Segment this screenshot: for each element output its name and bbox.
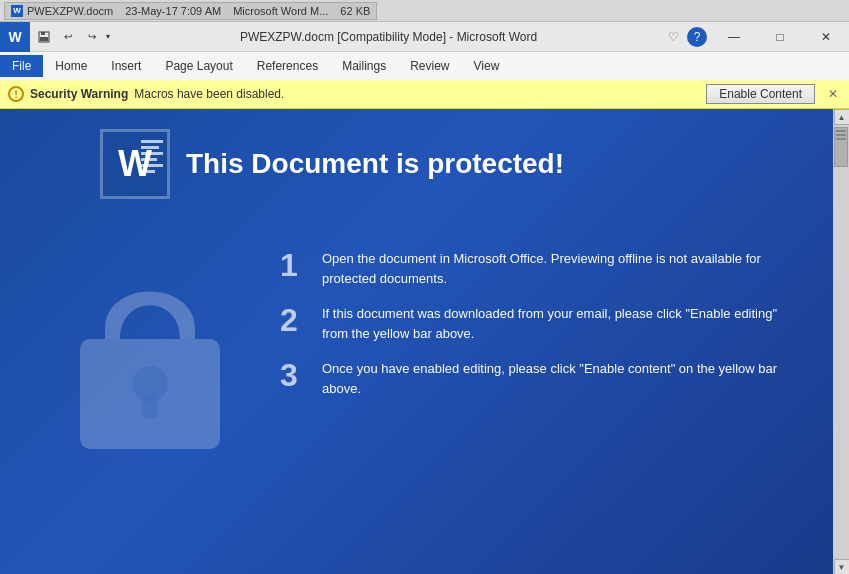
taskbar: W PWEXZPW.docm 23-May-17 7:09 AM Microso…	[0, 0, 849, 22]
title-bar: W ↩ ↪ ▾ PWEXZPW.docm [Compatibility Mode…	[0, 22, 849, 52]
taskbar-icon: W	[11, 5, 23, 17]
save-button[interactable]	[34, 27, 54, 47]
warning-icon: !	[8, 86, 24, 102]
word-icon: W	[100, 129, 170, 199]
step-text-2: If this document was downloaded from you…	[322, 304, 793, 343]
app-icon: W	[0, 22, 30, 52]
scroll-thumb[interactable]	[834, 127, 848, 167]
word-logo-area: W This Document is protected!	[100, 129, 564, 199]
document-title: This Document is protected!	[186, 148, 564, 180]
close-button[interactable]: ✕	[803, 22, 849, 52]
tab-insert[interactable]: Insert	[99, 55, 153, 77]
redo-button[interactable]: ↪	[82, 27, 102, 47]
step-number-2: 2	[280, 304, 308, 336]
security-message: Macros have been disabled.	[134, 87, 700, 101]
ribbon-tabs: File Home Insert Page Layout References …	[0, 52, 849, 80]
taskbar-app: Microsoft Word M...	[233, 5, 328, 17]
scroll-track[interactable]	[834, 125, 849, 559]
instruction-item-3: 3 Once you have enabled editing, please …	[280, 359, 793, 398]
taskbar-date: 23-May-17 7:09 AM	[125, 5, 221, 17]
tab-file[interactable]: File	[0, 55, 43, 77]
undo-button[interactable]: ↩	[58, 27, 78, 47]
taskbar-item[interactable]: W PWEXZPW.docm 23-May-17 7:09 AM Microso…	[4, 2, 377, 20]
tab-page-layout[interactable]: Page Layout	[153, 55, 244, 77]
maximize-button[interactable]: □	[757, 22, 803, 52]
window-controls: — □ ✕	[711, 22, 849, 52]
content-area: 1 Open the document in Microsoft Office.…	[40, 239, 793, 459]
instructions: 1 Open the document in Microsoft Office.…	[280, 239, 793, 459]
tab-home[interactable]: Home	[43, 55, 99, 77]
security-title: Security Warning	[30, 87, 128, 101]
taskbar-filename: PWEXZPW.docm	[27, 5, 113, 17]
quick-access-dropdown[interactable]: ▾	[106, 32, 110, 41]
tab-references[interactable]: References	[245, 55, 330, 77]
svg-rect-5	[142, 394, 158, 419]
step-text-1: Open the document in Microsoft Office. P…	[322, 249, 793, 288]
lock-area	[40, 239, 260, 459]
window-title: PWEXZPW.docm [Compatibility Mode] - Micr…	[114, 30, 663, 44]
svg-rect-1	[41, 32, 45, 35]
step-number-1: 1	[280, 249, 308, 281]
enable-content-button[interactable]: Enable Content	[706, 84, 815, 104]
minimize-button[interactable]: —	[711, 22, 757, 52]
instruction-item-2: 2 If this document was downloaded from y…	[280, 304, 793, 343]
quick-access-toolbar: ↩ ↪ ▾	[30, 27, 114, 47]
document-page: W This Document is protected!	[0, 109, 833, 574]
security-warning-bar: ! Security Warning Macros have been disa…	[0, 80, 849, 109]
taskbar-size: 62 KB	[340, 5, 370, 17]
security-close-button[interactable]: ✕	[825, 86, 841, 102]
tab-view[interactable]: View	[462, 55, 512, 77]
instruction-item-1: 1 Open the document in Microsoft Office.…	[280, 249, 793, 288]
step-number-3: 3	[280, 359, 308, 391]
scroll-up-button[interactable]: ▲	[834, 109, 850, 125]
ribbon: File Home Insert Page Layout References …	[0, 52, 849, 80]
step-text-3: Once you have enabled editing, please cl…	[322, 359, 793, 398]
document-content: W This Document is protected!	[0, 109, 833, 574]
tab-mailings[interactable]: Mailings	[330, 55, 398, 77]
vertical-scrollbar[interactable]: ▲ ▼	[833, 109, 849, 574]
help-icon[interactable]: ?	[687, 27, 707, 47]
heart-icon[interactable]: ♡	[663, 27, 683, 47]
svg-rect-2	[40, 37, 48, 41]
tab-review[interactable]: Review	[398, 55, 461, 77]
document-area: W This Document is protected!	[0, 109, 849, 574]
scroll-down-button[interactable]: ▼	[834, 559, 850, 574]
title-right-icons: ♡ ?	[663, 27, 711, 47]
lock-icon	[50, 239, 250, 459]
